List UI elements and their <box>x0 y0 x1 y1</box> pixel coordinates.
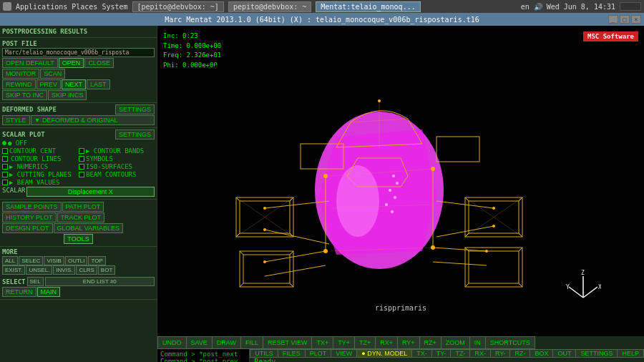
off-radio-dot <box>2 141 6 145</box>
exist-button[interactable]: EXIST. <box>2 265 25 275</box>
terminal1-tab[interactable]: [pepito@debvbox: ~] <box>132 1 224 12</box>
svg-text:Z: Z <box>581 270 585 276</box>
shortcuts-button[interactable]: SHORTCUTS <box>485 336 535 349</box>
tz-minus-button[interactable]: TZ- <box>450 349 469 358</box>
contour-lines-check[interactable]: CONTOUR LINES <box>2 155 78 162</box>
cutting-planes-check[interactable]: ▶ CUTTING PLANES <box>2 171 78 178</box>
close-file-button[interactable]: CLOSE <box>84 58 114 68</box>
sample-points-button[interactable]: SAMPLE POINTS <box>2 202 62 212</box>
beam-values-check[interactable]: ▶ BEAM VALUES <box>2 179 78 186</box>
open-default-button[interactable]: OPEN DEFAULT <box>2 58 58 68</box>
out-button[interactable]: OUT <box>552 349 575 358</box>
fill-button[interactable]: FILL <box>240 336 263 349</box>
system-bar: Applications Places System [pepito@debvb… <box>0 0 644 13</box>
more-section: MORE ALL SELEC VISIB OUTLI TOP EXIST. UN… <box>0 247 157 275</box>
sel-button[interactable]: SEL <box>27 277 44 286</box>
next-button[interactable]: NEXT <box>62 79 86 89</box>
beam-values-box <box>2 180 8 185</box>
dyn-model-button[interactable]: ● DYN. MODEL <box>356 349 411 358</box>
mentat-tab[interactable]: Mentat:telaio_monoq... <box>316 1 420 12</box>
iso-surfaces-check[interactable]: ISO-SURFACES <box>79 163 155 170</box>
contour-cent-check[interactable]: CONTOUR CENT <box>2 147 78 155</box>
visib-button[interactable]: VISIB <box>44 256 64 265</box>
return-button[interactable]: RETURN <box>2 287 36 297</box>
contour-bands-check[interactable]: ▶ CONTOUR BANDS <box>79 147 155 155</box>
settings-button[interactable]: SETTINGS <box>575 349 617 358</box>
top-button[interactable]: TOP <box>88 256 105 265</box>
help-button[interactable]: HELP <box>617 349 644 358</box>
svg-point-7 <box>394 196 396 199</box>
postprocessing-title: POSTPROCESSING RESULTS <box>2 27 155 36</box>
save-button[interactable]: SAVE <box>186 336 212 349</box>
box-button[interactable]: BOX <box>530 349 552 358</box>
svg-point-57 <box>263 228 266 231</box>
outli-button[interactable]: OUTLI <box>65 256 88 265</box>
tz-plus-button[interactable]: TZ+ <box>354 336 375 349</box>
style-dropdown[interactable]: ▼ DEFORMED & ORIGINAL <box>31 115 155 125</box>
rz-plus-button[interactable]: RZ+ <box>419 336 441 349</box>
beam-contours-check[interactable]: BEAM CONTOURS <box>79 171 155 178</box>
numerics-check[interactable]: ▶ NUMERICS <box>2 163 78 170</box>
history-plot-button[interactable]: HISTORY PLOT <box>2 212 57 222</box>
undo-button[interactable]: UNDO <box>157 336 186 349</box>
scalar-settings-button[interactable]: SETTINGS <box>115 129 155 140</box>
ry-minus-button[interactable]: RY- <box>490 349 510 358</box>
bot-button[interactable]: BOT <box>98 265 115 275</box>
unsel-button[interactable]: UNSEL. <box>26 265 52 275</box>
symbols-check[interactable]: SYMBOLS <box>79 155 155 162</box>
ry-plus-button[interactable]: RY+ <box>397 336 419 349</box>
scan-button[interactable]: SCAN <box>40 69 65 79</box>
clrs-button[interactable]: CLRS <box>76 265 97 275</box>
path-plot-button[interactable]: PATH PLOT <box>62 202 104 212</box>
terminal2-tab[interactable]: pepito@debvbox: ~ <box>228 1 311 12</box>
close-button[interactable]: × <box>631 15 641 24</box>
rewind-button[interactable]: REWIND <box>2 79 36 89</box>
last-button[interactable]: LAST <box>87 79 110 89</box>
selec-button[interactable]: SELEC <box>19 256 43 265</box>
end-list-button[interactable]: END LIST #0 <box>45 277 155 286</box>
main-button[interactable]: MAIN <box>37 287 61 297</box>
places-menu[interactable]: Places <box>72 3 97 11</box>
open-button[interactable]: OPEN <box>59 58 84 68</box>
svg-point-65 <box>431 245 435 250</box>
viewport[interactable]: Inc: 0:23 Time: 0.000e+00 Freq: 2.326e+0… <box>157 26 644 362</box>
ty-minus-button[interactable]: TY- <box>431 349 451 358</box>
rz-minus-button[interactable]: RZ- <box>509 349 530 358</box>
off-radio[interactable]: ● OFF <box>2 140 155 147</box>
style-button[interactable]: STYLE <box>2 115 30 125</box>
draw-button[interactable]: DRAW <box>212 336 240 349</box>
minimize-button[interactable]: _ <box>608 15 618 24</box>
applications-menu[interactable]: Applications <box>16 3 67 11</box>
svg-point-59 <box>492 207 495 210</box>
tools-button[interactable]: TOOLS <box>64 234 92 244</box>
model-svg <box>215 65 587 308</box>
all-button[interactable]: ALL <box>2 256 18 265</box>
app-icon <box>3 2 11 11</box>
design-plot-button[interactable]: DESIGN PLOT <box>2 223 53 233</box>
plot-button[interactable]: PLOT <box>305 349 331 358</box>
files-button[interactable]: FILES <box>278 349 305 358</box>
utils-button[interactable]: UTILS <box>250 349 278 358</box>
skip-to-inc-button[interactable]: SKIP TO INC <box>2 90 47 100</box>
global-variables-button[interactable]: GLOBAL VARIABLES <box>54 223 124 233</box>
freq-label: Freq: <box>163 52 182 59</box>
ty-plus-button[interactable]: TY+ <box>333 336 354 349</box>
invis-button[interactable]: INVIS. <box>53 265 75 275</box>
tx-minus-button[interactable]: TX- <box>411 349 431 358</box>
rx-minus-button[interactable]: RX- <box>469 349 490 358</box>
track-plot-button[interactable]: TRACK PLOT <box>57 212 105 222</box>
deformed-settings-button[interactable]: SETTINGS <box>115 104 155 114</box>
in-button[interactable]: IN <box>469 336 485 349</box>
system-menu[interactable]: System <box>102 3 127 11</box>
toolbar-row-2: UTILS FILES PLOT VIEW ● DYN. MODEL TX- T… <box>250 349 644 358</box>
tx-plus-button[interactable]: TX+ <box>311 336 333 349</box>
prev-button[interactable]: PREV <box>36 79 62 89</box>
view-button[interactable]: VIEW <box>331 349 356 358</box>
maximize-button[interactable]: □ <box>620 15 630 24</box>
reset-view-button[interactable]: RESET VIEW <box>263 336 311 349</box>
zoom-button[interactable]: ZOOM <box>441 336 469 349</box>
skip-incs-button[interactable]: SKIP INCS <box>48 90 87 100</box>
scalar-value-button[interactable]: Displacement X <box>26 187 155 197</box>
rx-plus-button[interactable]: RX+ <box>375 336 397 349</box>
monitor-button[interactable]: MONITOR <box>2 69 39 79</box>
